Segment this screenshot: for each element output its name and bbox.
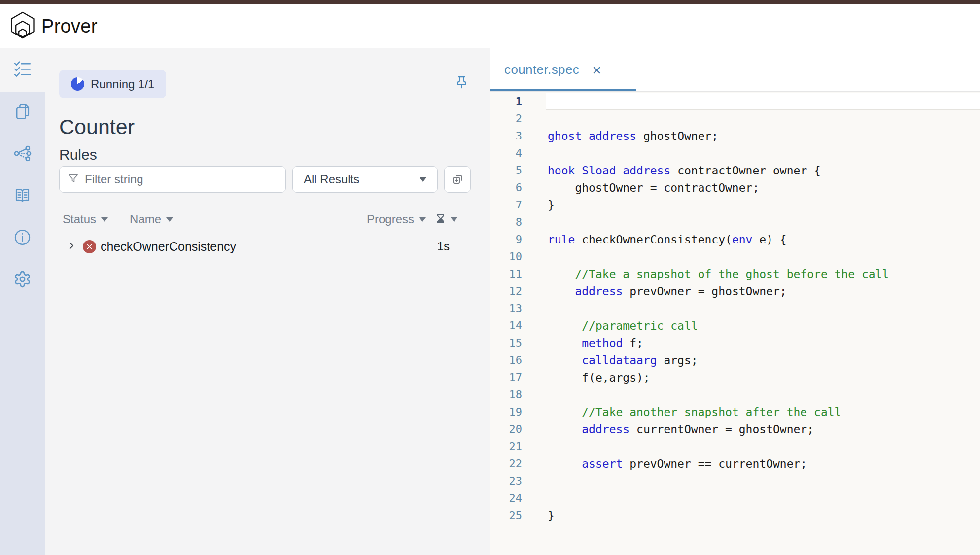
pin-button[interactable] <box>454 74 469 91</box>
duplicate-plus-icon <box>451 172 464 187</box>
line-number: 16 <box>490 354 546 366</box>
chevron-right-icon[interactable] <box>66 241 76 253</box>
code-line: 3ghost address ghostOwner; <box>490 127 980 144</box>
rules-table-header: Status Name Progress <box>59 212 472 226</box>
line-number: 14 <box>490 319 546 332</box>
open-book-icon <box>13 186 32 207</box>
chevron-down-icon <box>451 217 457 222</box>
rule-name: checkOwnerConsistency <box>101 240 236 254</box>
code-line: 19 //Take another snapshot after the cal… <box>490 403 980 420</box>
filter-input[interactable] <box>85 173 278 186</box>
line-number: 13 <box>490 302 546 314</box>
sidebar-item-call-resolution[interactable] <box>0 134 45 175</box>
code-line-content <box>546 248 980 265</box>
code-line-content: ghostOwner = contractOwner; <box>546 179 980 196</box>
code-line: 2 <box>490 110 980 127</box>
code-line: 9rule checkOwnerConsistency(env e) { <box>490 231 980 248</box>
tab-counter-spec[interactable]: counter.spec × <box>504 48 601 91</box>
code-line: 21 <box>490 438 980 455</box>
sidebar-item-rules-list[interactable] <box>0 48 45 92</box>
line-number: 3 <box>490 130 546 142</box>
chevron-down-icon <box>166 217 173 222</box>
code-line: 10 <box>490 248 980 265</box>
line-number: 15 <box>490 337 546 349</box>
code-line-content: //parametric call <box>546 317 980 334</box>
sidebar-item-info[interactable] <box>0 217 45 259</box>
sidebar-item-files[interactable] <box>0 92 45 134</box>
progress-column-label: Progress <box>367 212 414 226</box>
line-number: 5 <box>490 164 546 176</box>
filter-input-wrapper <box>59 166 286 193</box>
column-header-name[interactable]: Name <box>130 212 173 226</box>
code-line-content <box>546 300 980 317</box>
code-line-content <box>546 386 980 403</box>
line-number: 17 <box>490 371 546 383</box>
line-number: 1 <box>490 95 546 107</box>
code-line: 11 //Take a snapshot of the ghost before… <box>490 265 980 282</box>
line-number: 23 <box>490 475 546 487</box>
code-line-content <box>546 144 980 162</box>
code-line-content: rule checkOwnerConsistency(env e) { <box>546 231 980 248</box>
code-line: 22 assert prevOwner == currentOwner; <box>490 455 980 472</box>
code-line: 14 //parametric call <box>490 317 980 334</box>
chevron-down-icon <box>420 177 426 182</box>
pie-progress-icon <box>71 77 84 91</box>
code-line-content <box>546 472 980 489</box>
code-line: 20 address currentOwner = ghostOwner; <box>490 420 980 438</box>
indent-guide <box>548 179 548 196</box>
code-line-content: ghost address ghostOwner; <box>546 127 980 144</box>
app-header: Prover <box>0 4 980 48</box>
column-header-status[interactable]: Status <box>63 212 108 226</box>
code-line-content: assert prevOwner == currentOwner; <box>546 455 980 472</box>
chevron-down-icon <box>419 217 426 222</box>
code-line: 6 ghostOwner = contractOwner; <box>490 179 980 196</box>
rules-section-title: Rules <box>59 145 472 164</box>
line-number: 20 <box>490 423 546 435</box>
status-badge-label: Running 1/1 <box>91 77 154 91</box>
indent-guide <box>548 248 548 507</box>
line-number: 21 <box>490 440 546 452</box>
tab-label: counter.spec <box>504 62 579 77</box>
code-line-content: } <box>546 507 980 524</box>
pin-icon <box>454 83 469 91</box>
line-number: 7 <box>490 199 546 211</box>
code-line-content <box>546 213 980 231</box>
sidebar-item-documentation[interactable] <box>0 175 45 217</box>
code-editor[interactable]: 123ghost address ghostOwner;45hook Sload… <box>490 92 980 555</box>
line-number: 9 <box>490 233 546 245</box>
code-line-content: //Take a snapshot of the ghost before th… <box>546 265 980 282</box>
rule-duration: 1s <box>437 240 450 253</box>
line-number: 22 <box>490 457 546 470</box>
line-number: 4 <box>490 147 546 159</box>
line-number: 18 <box>490 388 546 401</box>
expand-all-button[interactable] <box>444 166 471 193</box>
code-line-content: method f; <box>546 334 980 351</box>
funnel-icon <box>68 173 79 186</box>
line-number: 25 <box>490 509 546 521</box>
code-line-content <box>546 438 980 455</box>
status-badge: Running 1/1 <box>59 70 166 98</box>
code-line-content: address prevOwner = ghostOwner; <box>546 282 980 300</box>
close-icon[interactable]: × <box>592 62 601 78</box>
code-line: 16 calldataarg args; <box>490 351 980 369</box>
indent-guide <box>575 300 575 472</box>
code-line: 4 <box>490 144 980 162</box>
icon-rail <box>0 48 45 555</box>
rule-row[interactable]: checkOwnerConsistency 1s <box>59 233 472 260</box>
code-line: 1 <box>490 93 980 110</box>
column-header-time[interactable] <box>436 213 457 225</box>
copy-files-icon <box>13 103 32 123</box>
spec-editor-panel: counter.spec × 123ghost address ghostOwn… <box>490 48 980 555</box>
line-number: 2 <box>490 112 546 125</box>
sidebar-item-settings[interactable] <box>0 259 45 301</box>
line-number: 24 <box>490 492 546 504</box>
code-line: 23 <box>490 472 980 489</box>
code-line: 7} <box>490 196 980 213</box>
code-line: 12 address prevOwner = ghostOwner; <box>490 282 980 300</box>
chevron-down-icon <box>101 217 108 222</box>
code-line-content <box>546 489 980 507</box>
editor-tabbar: counter.spec × <box>490 48 980 92</box>
code-line-content: hook Sload address contractOwner owner { <box>546 162 980 179</box>
results-dropdown[interactable]: All Results <box>292 166 438 193</box>
column-header-progress[interactable]: Progress <box>367 212 426 226</box>
